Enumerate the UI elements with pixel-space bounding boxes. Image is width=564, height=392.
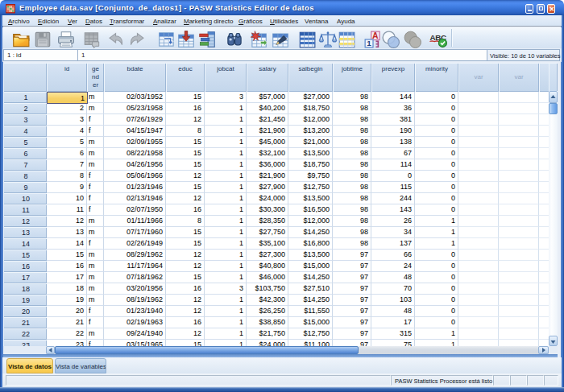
svg-text:A: A — [372, 31, 379, 40]
svg-text:1: 1 — [367, 39, 371, 47]
